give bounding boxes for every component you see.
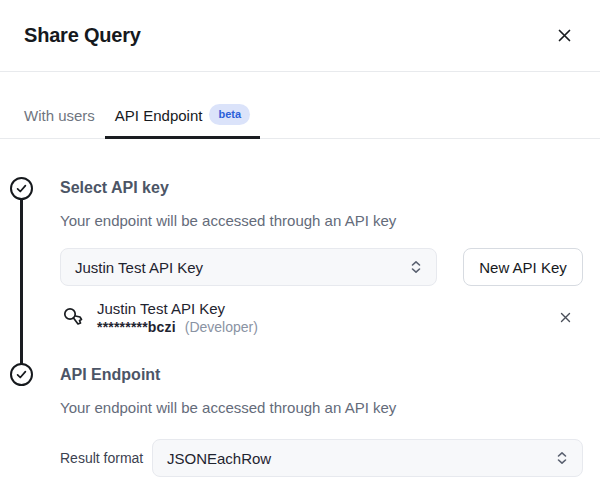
result-format-label: Result format — [60, 450, 152, 466]
stepper-connector-line — [20, 199, 23, 364]
tab-api-endpoint[interactable]: API Endpoint beta — [105, 105, 260, 139]
new-api-key-button[interactable]: New API Key — [463, 248, 583, 286]
modal-header: Share Query — [0, 0, 600, 72]
step-2-complete-icon — [10, 363, 33, 386]
remove-key-icon — [560, 312, 571, 323]
key-meta: Justin Test API Key *********bczi (Devel… — [97, 300, 258, 335]
result-format-value: JSONEachRow — [167, 450, 271, 467]
selected-api-key-item: Justin Test API Key *********bczi (Devel… — [60, 300, 583, 335]
tab-bar: With users API Endpoint beta — [0, 72, 600, 139]
api-key-select-row: Justin Test API Key New API Key — [60, 248, 583, 286]
step-1-heading: Select API key — [60, 178, 583, 197]
step-1-complete-icon — [10, 177, 33, 200]
key-icon — [60, 305, 84, 330]
api-key-select-value: Justin Test API Key — [75, 259, 203, 276]
key-masked-line: *********bczi (Developer) — [97, 319, 258, 335]
result-format-select[interactable]: JSONEachRow — [152, 439, 583, 477]
chevron-up-down-icon — [556, 451, 568, 465]
modal-body: Select API key Your endpoint will be acc… — [0, 139, 600, 477]
key-masked-value: *********bczi — [97, 319, 176, 335]
tab-with-users[interactable]: With users — [14, 105, 105, 139]
tab-api-endpoint-label: API Endpoint — [115, 105, 203, 126]
result-format-row: Result format JSONEachRow — [60, 439, 583, 477]
modal-title: Share Query — [24, 24, 141, 47]
key-role: (Developer) — [185, 319, 258, 335]
tab-with-users-label: With users — [24, 105, 95, 126]
close-button[interactable] — [555, 26, 574, 45]
step-1-description: Your endpoint will be accessed through a… — [60, 212, 583, 230]
key-name: Justin Test API Key — [97, 300, 258, 317]
step-2-description: Your endpoint will be accessed through a… — [60, 399, 583, 417]
chevron-up-down-icon — [410, 260, 422, 274]
api-key-select[interactable]: Justin Test API Key — [60, 248, 437, 286]
beta-badge: beta — [209, 104, 250, 125]
close-icon — [557, 28, 572, 43]
step-2-heading: API Endpoint — [60, 365, 583, 384]
remove-key-button[interactable] — [558, 310, 573, 325]
